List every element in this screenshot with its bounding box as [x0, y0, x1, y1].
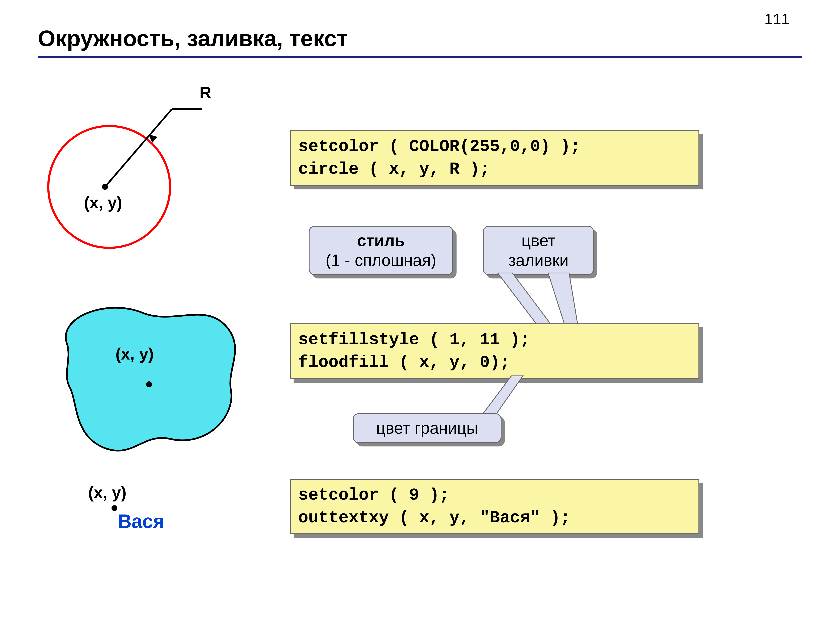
callout-pointers-top — [290, 273, 689, 328]
slide-title: Окружность, заливка, текст — [38, 25, 802, 51]
text-xy-label: (x, y) — [88, 483, 126, 502]
blob-xy-label: (x, y) — [115, 344, 154, 363]
circle-xy-label: (x, y) — [84, 193, 122, 212]
callout-border-color: цвет границы — [353, 413, 502, 443]
circle-illustration — [46, 96, 206, 256]
svg-marker-5 — [498, 273, 550, 325]
code-block-circle: setcolor ( COLOR(255,0,0) ); circle ( x,… — [290, 130, 699, 186]
code-block-text: setcolor ( 9 ); outtextxy ( x, y, "Вася"… — [290, 479, 699, 534]
floodfill-illustration — [44, 292, 243, 464]
callout-style-title: стиль — [357, 231, 405, 250]
callout-fill-color: цвет заливки — [483, 226, 594, 275]
callout-style-sub: (1 - сплошная) — [326, 251, 436, 269]
svg-point-8 — [146, 381, 152, 387]
text-sample: Вася — [118, 510, 164, 532]
page-number: 111 — [764, 11, 789, 28]
radius-label: R — [199, 83, 211, 102]
svg-line-2 — [105, 109, 172, 187]
title-rule — [38, 56, 802, 58]
callout-style: стиль (1 - сплошная) — [309, 226, 453, 275]
svg-marker-6 — [548, 273, 578, 325]
svg-point-0 — [48, 126, 170, 248]
text-point — [110, 504, 118, 512]
svg-marker-7 — [480, 376, 523, 418]
code-block-fill: setfillstyle ( 1, 11 ); floodfill ( x, y… — [290, 324, 699, 379]
svg-point-9 — [112, 505, 117, 511]
